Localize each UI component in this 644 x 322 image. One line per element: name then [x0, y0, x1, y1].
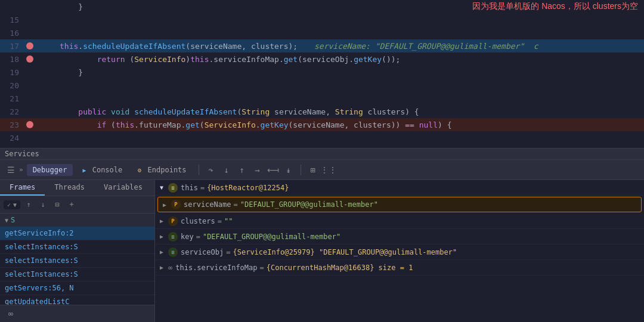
code-line-16: 16 [0, 26, 644, 39]
var-sn-name: serviceName [184, 200, 231, 209]
var-cl-val: "" [224, 217, 233, 225]
settings-icon[interactable]: ⋮⋮ [323, 164, 335, 176]
code-line-18: 18 return (ServiceInfo)this.serviceInfoM… [0, 52, 644, 66]
code-editor: 因为我是单机版的 Nacos，所以 clusters为空 } 15 16 17 … [0, 0, 644, 148]
debugger-panel: Services ☰ » Debugger ▶ Console ⚙ Endpoi… [0, 148, 644, 322]
code-line-24: 24 [0, 131, 644, 144]
list-icon[interactable]: ☰ [5, 164, 17, 176]
toolbar-separator-1 [199, 165, 199, 175]
var-key-name: key [181, 233, 194, 241]
thread-arrow-icon: ▼ [5, 217, 8, 224]
breakpoint-18[interactable] [26, 55, 33, 63]
var-cl-name: clusters [181, 217, 215, 225]
thread-s-icon: S [11, 216, 15, 224]
toolbar-separator-2 [301, 165, 301, 175]
frame-name-1: selectInstances:S [5, 243, 78, 251]
var-this[interactable]: ▼ ≡ this = {HostReactor@12254} [155, 180, 644, 196]
frame-item-2[interactable]: selectInstances:S [0, 254, 154, 268]
var-cl-arrow: ▶ [160, 218, 168, 224]
var-so-eq: = [226, 248, 230, 256]
console-icon: ▶ [82, 167, 86, 174]
var-serviceobj[interactable]: ▶ ≡ serviceObj = {ServiceInfo@25979} "DE… [155, 244, 644, 260]
frames-label: Frames [10, 183, 35, 191]
frames-up-icon[interactable]: ↑ [23, 199, 35, 210]
frame-name-4: getServers:56, N [5, 284, 74, 292]
endpoints-tab-label: Endpoints [148, 166, 187, 174]
frame-item-5[interactable]: getUpdatedListC [0, 295, 154, 305]
code-line-17: 17 this.scheduleUpdateIfAbsent(serviceNa… [0, 39, 644, 52]
var-sn-arrow: ▶ [163, 202, 171, 208]
frame-name-2: selectInstances:S [5, 256, 78, 265]
frames-filter-icon[interactable]: ⊟ [51, 199, 63, 210]
tab-endpoints[interactable]: ⚙ Endpoints [132, 164, 192, 176]
var-key-eq: = [196, 233, 200, 241]
debug-main: Frames Threads Variables ✓ ▼ ↑ ↓ ⊟ + [0, 180, 644, 322]
var-serviceinfomap[interactable]: ▶ ∞ this.serviceInfoMap = {ConcurrentHas… [155, 260, 644, 275]
code-line-15: 15 [0, 13, 644, 26]
var-sn-eq: = [233, 200, 237, 209]
var-sim-eq: = [260, 264, 264, 272]
breakpoint-23[interactable] [26, 121, 33, 128]
subtab-frames[interactable]: Frames [0, 180, 45, 196]
bottom-icons: ∞ [0, 305, 154, 322]
var-sim-val: {ConcurrentHashMap@16638} size = 1 [267, 264, 413, 272]
step-out-icon[interactable]: ↑ [236, 164, 248, 176]
subtab-variables[interactable]: Variables [94, 180, 152, 196]
code-line-19: 19 } [0, 66, 644, 79]
var-cl-type-icon: P [168, 216, 178, 226]
var-key[interactable]: ▶ ≡ key = "DEFAULT_GROUP@@gulimall-membe… [155, 229, 644, 244]
console-tab-label: Console [92, 166, 123, 174]
services-label: Services [5, 150, 39, 158]
debugger-action-icons: ↷ ↓ ↑ → ⟻ ↡ [205, 164, 295, 176]
code-line-20: 20 [0, 79, 644, 92]
frame-item-1[interactable]: selectInstances:S [0, 240, 154, 254]
toolbar: ☰ » Debugger ▶ Console ⚙ Endpoints ↷ ↓ ↑… [0, 160, 644, 180]
frames-filter[interactable]: ✓ ▼ [4, 200, 20, 209]
frame-item-4[interactable]: getServers:56, N [0, 281, 154, 295]
frames-down-icon[interactable]: ↓ [37, 199, 49, 210]
filter-check-icon: ✓ [7, 202, 11, 208]
code-line-23: 23 if (this.futureMap.get(ServiceInfo.ge… [0, 118, 644, 131]
var-this-arrow: ▼ [160, 184, 168, 191]
run-cursor-icon[interactable]: → [252, 164, 264, 176]
frame-name-3: selectInstances:S [5, 270, 78, 278]
filter-dropdown-arrow: ▼ [13, 202, 17, 208]
endpoints-icon: ⚙ [138, 167, 141, 174]
var-servicename[interactable]: ▶ P serviceName = "DEFAULT_GROUP@@gulima… [157, 197, 642, 212]
threads-label: Threads [54, 183, 85, 191]
evaluate-icon[interactable]: ⟻ [267, 164, 279, 176]
more-actions-icon[interactable]: ↡ [283, 164, 295, 176]
var-key-arrow: ▶ [160, 233, 168, 240]
infinity-icon[interactable]: ∞ [5, 308, 17, 320]
var-so-arrow: ▶ [160, 249, 168, 255]
frames-add-icon[interactable]: + [66, 199, 78, 210]
var-so-type-icon: ≡ [168, 247, 178, 257]
frame-item-3[interactable]: selectInstances:S [0, 268, 154, 281]
frames-toolbar: ✓ ▼ ↑ ↓ ⊟ + [0, 196, 154, 213]
debugger-tab-label: Debugger [33, 166, 67, 174]
step-into-icon[interactable]: ↓ [221, 164, 233, 176]
subtab-threads[interactable]: Threads [45, 180, 94, 196]
more-icon[interactable]: » [19, 166, 23, 174]
var-so-val: {ServiceInfo@25979} "DEFAULT_GROUP@@guli… [233, 248, 457, 256]
code-line-21: 21 [0, 92, 644, 105]
restore-layout-icon[interactable]: ⊞ [307, 164, 319, 176]
tab-debugger[interactable]: Debugger [27, 164, 73, 176]
var-this-eq: = [200, 184, 205, 192]
breakpoint-17[interactable] [26, 42, 33, 49]
frame-item-0[interactable]: getServiceInfo:2 [0, 227, 154, 240]
code-line-22: 22 public void scheduleUpdateIfAbsent(St… [0, 105, 644, 118]
frames-list: ▼ S getServiceInfo:2 selectInstances:S s… [0, 213, 154, 305]
var-clusters[interactable]: ▶ P clusters = "" [155, 213, 644, 229]
var-sim-arrow: ▶ [160, 264, 168, 271]
var-so-name: serviceObj [181, 248, 224, 256]
variables-label: Variables [104, 183, 143, 191]
toolbar-left: ☰ » [5, 164, 23, 176]
var-cl-eq: = [218, 217, 222, 225]
code-line-14: } [0, 0, 644, 13]
tab-console[interactable]: ▶ Console [76, 164, 128, 176]
var-this-name: this [181, 184, 198, 192]
variables-panel: ▼ ≡ this = {HostReactor@12254} ▶ P servi… [155, 180, 644, 322]
step-over-icon[interactable]: ↷ [205, 164, 217, 176]
var-key-val: "DEFAULT_GROUP@@gulimall-member" [203, 233, 340, 241]
